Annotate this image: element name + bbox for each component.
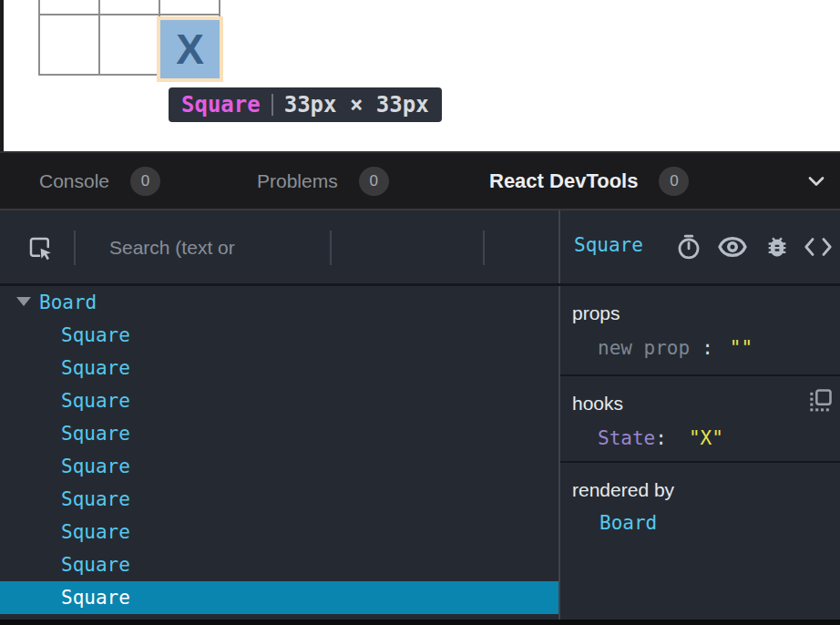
rendered-by-title: rendered by [560, 463, 840, 501]
bug-icon[interactable] [764, 234, 790, 260]
component-label: Square [0, 587, 130, 609]
selected-component-name: Square [574, 234, 643, 256]
square-value: X [176, 25, 204, 74]
component-label: Square [0, 554, 130, 576]
toolbar-bottom-border [0, 283, 840, 286]
drawer-tab-bar: Console 0 Problems 0 React DevTools 0 [0, 151, 840, 210]
component-label: Square [0, 488, 130, 510]
component-label: Square [0, 357, 130, 379]
tab-label: Problems [257, 170, 338, 192]
inspect-element-icon[interactable] [26, 234, 54, 261]
page-edge-strip [0, 0, 4, 151]
eye-inspect-icon[interactable] [718, 235, 747, 259]
tree-row-square-selected[interactable]: Square [0, 581, 558, 614]
tooltip-component-name: Square [181, 92, 261, 118]
tab-count-badge: 0 [659, 167, 689, 196]
board-square[interactable] [40, 0, 98, 14]
tree-row-square[interactable]: Square [0, 450, 558, 483]
inspect-highlight-content[interactable]: X [160, 20, 220, 78]
details-header: Square [560, 210, 840, 283]
window-bottom-edge [0, 620, 840, 625]
view-source-icon[interactable] [803, 236, 834, 258]
component-label: Board [0, 292, 97, 313]
hook-name: State [598, 427, 655, 449]
component-label: Square [0, 423, 130, 445]
component-label: Square [0, 324, 130, 346]
tree-row-square[interactable]: Square [0, 384, 558, 417]
board-square[interactable] [40, 15, 98, 74]
details-panel: props new prop : "" hooks State : "X" [560, 286, 840, 620]
colon: : [702, 337, 713, 359]
component-label: Square [0, 390, 130, 412]
tree-row-square[interactable]: Square [0, 319, 558, 352]
devtools-window: X Square 33px × 33px Console 0 Problems … [0, 0, 840, 625]
new-prop-row[interactable]: new prop : "" [560, 324, 840, 374]
toolbar-divider [74, 231, 76, 265]
expander-icon[interactable] [16, 297, 31, 306]
tree-row-square[interactable]: Square [0, 516, 558, 548]
board-square[interactable] [100, 15, 159, 74]
chevron-down-icon[interactable] [804, 169, 829, 194]
panel-split-divider[interactable] [558, 210, 560, 620]
hook-value[interactable]: "X" [689, 427, 723, 449]
inspected-page: X Square 33px × 33px [0, 0, 840, 151]
new-prop-key[interactable]: new prop [598, 337, 690, 359]
tree-row-square[interactable]: Square [0, 352, 558, 384]
parse-hook-names-icon[interactable] [808, 388, 834, 412]
hooks-section: hooks State : "X" [560, 376, 840, 463]
tab-count-badge: 0 [359, 167, 389, 196]
tab-console[interactable]: Console 0 [39, 153, 160, 209]
tab-problems[interactable]: Problems 0 [257, 153, 389, 209]
rendered-by-section: rendered by Board [560, 463, 840, 618]
tab-label: React DevTools [489, 169, 638, 193]
colon: : [655, 427, 667, 449]
state-hook-row[interactable]: State : "X" [560, 415, 840, 464]
props-section: props new prop : "" [560, 286, 840, 376]
react-devtools-toolbar [0, 210, 558, 283]
tooltip-separator [271, 94, 273, 116]
toolbar-divider [330, 231, 332, 265]
rendered-by-board-link[interactable]: Board [560, 501, 840, 534]
components-tree: Board Square Square Square Square Square… [0, 286, 558, 620]
profiler-timer-icon[interactable] [675, 233, 702, 261]
board-square[interactable] [100, 0, 159, 14]
component-label: Square [0, 521, 130, 543]
toolbar-divider [483, 231, 485, 265]
component-label: Square [0, 456, 130, 477]
tree-row-square[interactable]: Square [0, 417, 558, 450]
search-input[interactable] [109, 232, 321, 263]
board-square[interactable] [160, 0, 219, 14]
new-prop-value[interactable]: "" [730, 337, 753, 359]
tab-react-devtools[interactable]: React DevTools 0 [489, 153, 689, 209]
tab-count-badge: 0 [130, 167, 160, 196]
inspect-tooltip: Square 33px × 33px [169, 87, 442, 122]
props-section-title: props [560, 286, 840, 324]
tree-row-square[interactable]: Square [0, 548, 558, 581]
tree-row-board[interactable]: Board [0, 286, 558, 319]
tooltip-size: 33px × 33px [284, 92, 429, 118]
tab-label: Console [39, 170, 109, 192]
hooks-section-title: hooks [560, 376, 840, 415]
tree-row-square[interactable]: Square [0, 483, 558, 516]
